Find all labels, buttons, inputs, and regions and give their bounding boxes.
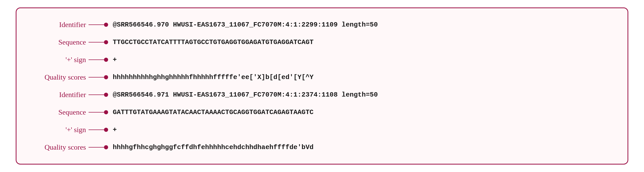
label-row-3: Quality scores (29, 68, 108, 86)
data-text-6: + (113, 126, 117, 134)
connector-line-2 (89, 59, 104, 60)
data-row-1: TTGCCTGCCTATCATTTTAGTGCCTGTGAGGTGGAGATGT… (108, 33, 615, 51)
connector-6 (89, 128, 108, 132)
data-text-4: @SRR566546.971 HWUSI-EAS1673_11067_FC707… (113, 91, 378, 99)
data-row-2: + (108, 51, 615, 68)
connector-line-6 (89, 130, 104, 130)
label-text-5: Sequence (29, 108, 86, 116)
connector-4 (89, 93, 108, 97)
data-text-5: GATTTGTATGAAAGTATACAACTAAAACTGCAGGTGGATC… (113, 108, 314, 116)
connector-5 (89, 110, 108, 114)
connector-line-7 (89, 147, 104, 148)
label-row-5: Sequence (29, 104, 108, 121)
label-row-1: Sequence (29, 33, 108, 51)
label-text-0: Identifier (29, 21, 86, 29)
label-text-6: '+' sign (29, 126, 86, 134)
connector-0 (89, 23, 108, 27)
connector-2 (89, 58, 108, 62)
connector-dot-5 (104, 110, 108, 114)
data-row-6: + (108, 121, 615, 139)
data-text-1: TTGCCTGCCTATCATTTTAGTGCCTGTGAGGTGGAGATGT… (113, 38, 314, 46)
connector-3 (89, 75, 108, 79)
main-container: IdentifierSequence'+' signQuality scores… (16, 7, 628, 165)
connector-dot-1 (104, 40, 108, 44)
data-text-7: hhhhgfhhcghghggfcffdhfehhhhhcehdchhdhaeh… (113, 143, 314, 151)
connector-7 (89, 145, 108, 149)
connector-dot-7 (104, 145, 108, 149)
label-text-3: Quality scores (29, 73, 86, 81)
label-row-0: Identifier (29, 16, 108, 33)
label-row-6: '+' sign (29, 121, 108, 139)
connector-line-1 (89, 42, 104, 42)
label-text-7: Quality scores (29, 143, 86, 151)
data-text-3: hhhhhhhhhhghhghhhhhfhhhhhfffffе'ee['X]b[… (113, 73, 314, 81)
data-row-5: GATTTGTATGAAAGTATACAACTAAAACTGCAGGTGGATC… (108, 104, 615, 121)
label-row-4: Identifier (29, 86, 108, 104)
data-text-0: @SRR566546.970 HWUSI-EAS1673_11067_FC707… (113, 21, 378, 29)
connector-dot-0 (104, 23, 108, 27)
connector-line-5 (89, 112, 104, 113)
connector-line-0 (89, 24, 104, 25)
label-row-7: Quality scores (29, 139, 108, 156)
label-text-1: Sequence (29, 38, 86, 46)
connector-1 (89, 40, 108, 44)
connector-dot-4 (104, 93, 108, 97)
data-row-7: hhhhgfhhcghghggfcffdhfehhhhhcehdchhdhaeh… (108, 139, 615, 156)
connector-dot-2 (104, 58, 108, 62)
connector-dot-6 (104, 128, 108, 132)
data-row-4: @SRR566546.971 HWUSI-EAS1673_11067_FC707… (108, 86, 615, 104)
connector-dot-3 (104, 75, 108, 79)
label-row-2: '+' sign (29, 51, 108, 68)
connector-line-3 (89, 77, 104, 78)
data-row-0: @SRR566546.970 HWUSI-EAS1673_11067_FC707… (108, 16, 615, 33)
data-text-2: + (113, 56, 117, 64)
data-row-3: hhhhhhhhhhghhghhhhhfhhhhhfffffе'ee['X]b[… (108, 68, 615, 86)
label-text-2: '+' sign (29, 56, 86, 64)
data-column: @SRR566546.970 HWUSI-EAS1673_11067_FC707… (108, 16, 615, 156)
labels-column: IdentifierSequence'+' signQuality scores… (29, 16, 108, 156)
label-text-4: Identifier (29, 91, 86, 99)
connector-line-4 (89, 94, 104, 95)
